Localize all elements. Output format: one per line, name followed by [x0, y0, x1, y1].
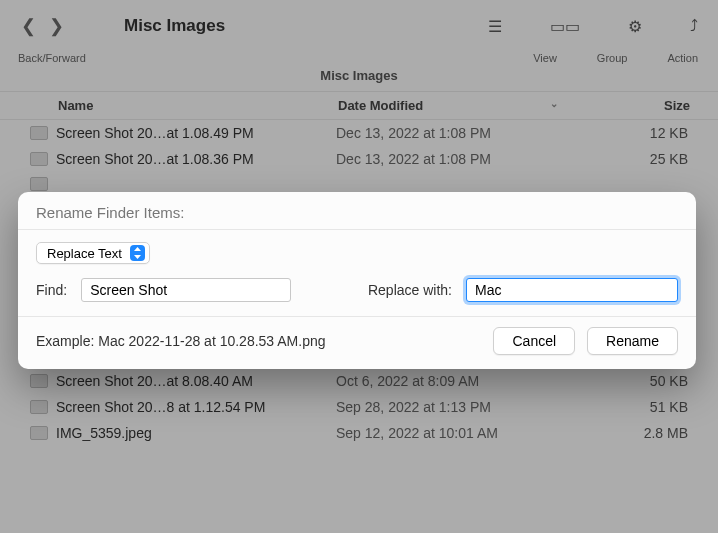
find-input[interactable] [81, 278, 291, 302]
example-text: Example: Mac 2022-11-28 at 10.28.53 AM.p… [36, 333, 481, 349]
find-label: Find: [36, 282, 67, 298]
replace-input[interactable] [466, 278, 678, 302]
example-prefix: Example: [36, 333, 98, 349]
replace-label: Replace with: [368, 282, 452, 298]
rename-dialog: Rename Finder Items: Replace Text Find: … [18, 192, 696, 369]
cancel-button[interactable]: Cancel [493, 327, 575, 355]
mode-select[interactable]: Replace Text [36, 242, 150, 264]
example-value: Mac 2022-11-28 at 10.28.53 AM.png [98, 333, 325, 349]
updown-icon [130, 245, 145, 261]
dialog-body: Replace Text Find: Replace with: [18, 230, 696, 317]
dialog-title: Rename Finder Items: [18, 192, 696, 230]
dialog-footer: Example: Mac 2022-11-28 at 10.28.53 AM.p… [18, 317, 696, 369]
fields-row: Find: Replace with: [36, 278, 678, 302]
mode-label: Replace Text [47, 246, 122, 261]
rename-button[interactable]: Rename [587, 327, 678, 355]
